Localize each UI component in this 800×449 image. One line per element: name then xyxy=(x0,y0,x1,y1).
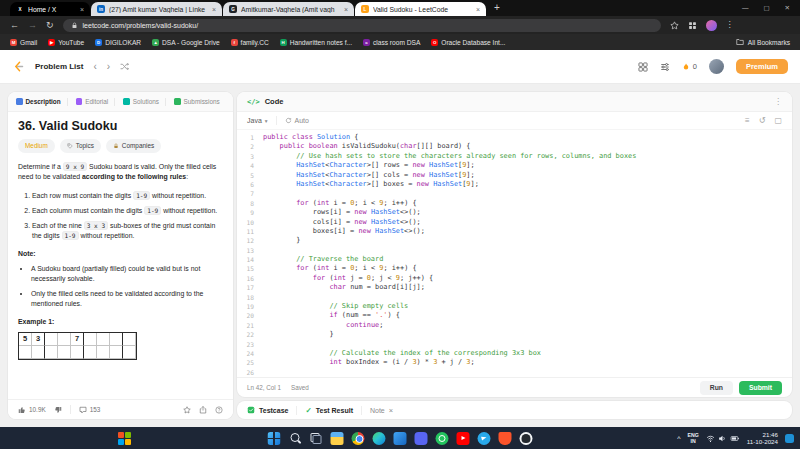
code-line[interactable]: 23 xyxy=(237,340,792,349)
all-bookmarks-button[interactable]: All Bookmarks xyxy=(736,38,790,46)
tab-close-icon[interactable]: × xyxy=(80,6,84,13)
like-button[interactable]: 10.9K xyxy=(18,406,46,414)
bookmark-item[interactable]: ▲ DSA - Google Drive xyxy=(152,39,220,46)
tab-testcase[interactable]: Testcase xyxy=(247,406,288,414)
user-avatar[interactable] xyxy=(709,59,724,74)
bookmark-item[interactable]: c class room DSA xyxy=(363,39,420,46)
code-line[interactable]: 16 for (int j = 0; j < 9; j++) { xyxy=(237,274,792,283)
maximize-button[interactable]: ▢ xyxy=(763,4,769,12)
shuffle-icon[interactable] xyxy=(120,62,129,71)
new-tab-button[interactable]: + xyxy=(494,3,500,13)
code-line[interactable]: 17 char num = board[i][j]; xyxy=(237,283,792,292)
leetcode-logo[interactable] xyxy=(12,60,25,73)
browser-tab[interactable]: in (27) Amit kumar Vaghela | Linke × xyxy=(91,2,222,16)
browser-tab[interactable]: L Valid Sudoku - LeetCode × xyxy=(355,2,486,16)
close-button[interactable]: ✕ xyxy=(785,4,790,12)
code-line[interactable]: 2 public boolean isValidSudoku(char[][] … xyxy=(237,142,792,151)
bookmark-item[interactable]: M Gmail xyxy=(10,39,37,46)
code-line[interactable]: 9 rows[i] = new HashSet<>(); xyxy=(237,208,792,217)
edge-icon[interactable] xyxy=(373,432,386,445)
whatsapp-icon[interactable] xyxy=(436,432,449,445)
star-icon[interactable] xyxy=(183,406,191,414)
next-problem-icon[interactable]: › xyxy=(107,62,110,72)
tab-close-icon[interactable]: × xyxy=(476,6,480,13)
code-line[interactable]: 19 // Skip empty cells xyxy=(237,302,792,311)
telegram-icon[interactable] xyxy=(478,432,491,445)
address-bar[interactable]: leetcode.com/problems/valid-sudoku/ xyxy=(63,19,661,32)
bookmark-item[interactable]: ▶ YouTube xyxy=(48,39,84,46)
bookmark-item[interactable]: D DIGILOKAR xyxy=(95,39,141,46)
code-line[interactable]: 26 xyxy=(237,368,792,377)
premium-button[interactable]: Premium xyxy=(736,59,788,74)
tab-close-icon[interactable]: × xyxy=(212,6,216,13)
panel-tab[interactable]: Solutions xyxy=(114,98,159,106)
browser-menu-icon[interactable]: ⋮ xyxy=(726,21,734,29)
code-line[interactable]: 8 for (int i = 0; i < 9; i++) { xyxy=(237,199,792,208)
file-explorer-icon[interactable] xyxy=(331,432,344,445)
layout-grid-icon[interactable] xyxy=(638,62,648,72)
code-editor[interactable]: 1 public class Solution { 2 public boole… xyxy=(237,130,792,377)
auto-toggle[interactable]: Auto xyxy=(285,117,309,124)
code-line[interactable]: 10 cols[i] = new HashSet<>(); xyxy=(237,218,792,227)
panel-tab[interactable]: Editorial xyxy=(67,98,109,106)
submit-button[interactable]: Submit xyxy=(739,381,782,395)
code-line[interactable]: 1 public class Solution { xyxy=(237,133,792,142)
bookmark-star-icon[interactable] xyxy=(670,21,679,30)
topics-button[interactable]: Topics xyxy=(60,139,101,153)
prev-problem-icon[interactable]: ‹ xyxy=(93,62,96,72)
github-icon[interactable] xyxy=(520,432,533,445)
hidden-icons-chevron[interactable]: ^ xyxy=(677,435,680,442)
start-icon[interactable] xyxy=(268,432,281,445)
code-line[interactable]: 14 // Traverse the board xyxy=(237,255,792,264)
code-line[interactable]: 18 xyxy=(237,293,792,302)
bookmark-item[interactable]: f family.CC xyxy=(231,39,269,46)
language-selector[interactable]: Java ▾ xyxy=(247,117,268,124)
back-icon[interactable]: ← xyxy=(10,21,19,30)
fullscreen-icon[interactable]: ▢ xyxy=(774,116,782,125)
notifications-icon[interactable] xyxy=(785,434,794,443)
widgets-icon[interactable] xyxy=(118,432,131,445)
problem-list-link[interactable]: Problem List xyxy=(35,62,83,71)
reload-icon[interactable]: ↻ xyxy=(46,21,54,30)
code-line[interactable]: 6 HashSet<Character>[] boxes = new HashS… xyxy=(237,180,792,189)
code-line[interactable]: 12 } xyxy=(237,236,792,245)
code-line[interactable]: 5 HashSet<Character>[] cols = new HashSe… xyxy=(237,171,792,180)
code-line[interactable]: 22 } xyxy=(237,330,792,339)
format-icon[interactable]: ≡ xyxy=(745,116,750,125)
code-line[interactable]: 25 int boxIndex = (i / 3) * 3 + j / 3; xyxy=(237,358,792,367)
settings-icon[interactable] xyxy=(660,62,670,72)
tab-close-icon[interactable]: × xyxy=(344,6,348,13)
share-icon[interactable] xyxy=(199,406,207,414)
tab-test-result[interactable]: ✓ Test Result xyxy=(305,406,353,415)
extensions-icon[interactable] xyxy=(688,21,697,30)
brave-icon[interactable] xyxy=(499,432,512,445)
youtube-icon[interactable] xyxy=(457,432,470,445)
search-icon[interactable] xyxy=(289,432,302,445)
clock[interactable]: 21:46 11-10-2024 xyxy=(747,431,778,446)
code-line[interactable]: 21 continue; xyxy=(237,321,792,330)
vscode-icon[interactable] xyxy=(394,432,407,445)
companies-button[interactable]: Companies xyxy=(106,139,161,153)
run-button[interactable]: Run xyxy=(700,381,733,395)
bookmark-item[interactable]: H Handwritten notes f... xyxy=(280,39,352,46)
panel-tab[interactable]: Submissions xyxy=(165,98,220,106)
code-line[interactable]: 15 for (int i = 0; i < 9; i++) { xyxy=(237,264,792,273)
minimize-button[interactable]: — xyxy=(742,4,749,12)
code-line[interactable]: 7 xyxy=(237,189,792,198)
comments-button[interactable]: 153 xyxy=(79,406,101,414)
panel-more-icon[interactable]: ⋮ xyxy=(774,97,782,106)
discord-icon[interactable] xyxy=(415,432,428,445)
language-indicator[interactable]: ENG IN xyxy=(688,432,699,444)
chrome-icon[interactable] xyxy=(352,432,365,445)
bookmark-item[interactable]: O Oracle Database Int... xyxy=(431,39,505,46)
panel-tab[interactable]: Description xyxy=(16,98,61,105)
code-line[interactable]: 3 // Use hash sets to store the characte… xyxy=(237,152,792,161)
browser-tab[interactable]: G Amitkumar-Vaghela (Amit vagh × xyxy=(223,2,354,16)
code-line[interactable]: 24 // Calculate the index of the corresp… xyxy=(237,349,792,358)
code-line[interactable]: 4 HashSet<Character>[] rows = new HashSe… xyxy=(237,161,792,170)
close-icon[interactable]: × xyxy=(389,406,393,415)
task-view-icon[interactable] xyxy=(310,432,323,445)
dislike-button[interactable] xyxy=(54,406,62,414)
help-icon[interactable] xyxy=(215,406,223,414)
system-icons[interactable] xyxy=(706,434,740,443)
